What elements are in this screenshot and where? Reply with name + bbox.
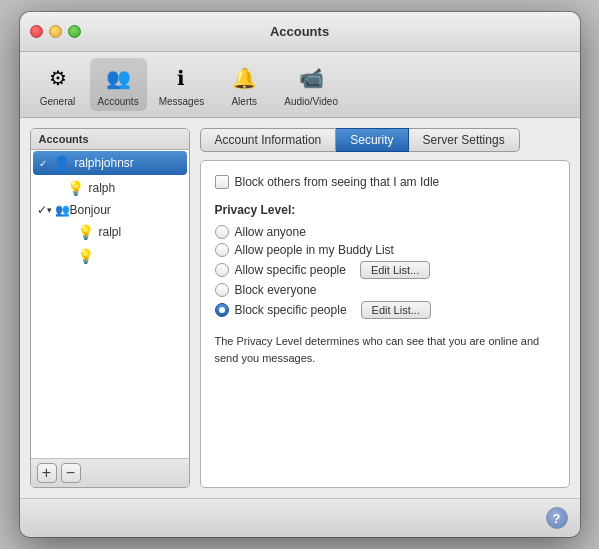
block-idle-label: Block others from seeing that I am Idle xyxy=(235,175,440,189)
toolbar-label-audio_video: Audio/Video xyxy=(284,96,338,107)
toolbar-item-messages[interactable]: ℹMessages xyxy=(151,58,213,111)
tabs: Account Information Security Server Sett… xyxy=(200,128,570,152)
check-icon: ✓ xyxy=(37,203,47,217)
security-panel: Block others from seeing that I am Idle … xyxy=(200,160,570,488)
radio-label-allow-buddy-list: Allow people in my Buddy List xyxy=(235,243,394,257)
toolbar-label-general: General xyxy=(40,96,76,107)
radio-button-block-specific[interactable] xyxy=(215,303,229,317)
block-idle-checkbox[interactable] xyxy=(215,175,229,189)
toolbar: ⚙General👥AccountsℹMessages🔔Alerts📹Audio/… xyxy=(20,52,580,118)
edit-list-block-specific-button[interactable]: Edit List... xyxy=(361,301,431,319)
sidebar-footer: + − xyxy=(31,458,189,487)
content-area: Accounts ✓ 👤 ralphjohnsr 💡 ralph ✓ ▾ xyxy=(20,118,580,498)
toolbar-item-alerts[interactable]: 🔔Alerts xyxy=(216,58,272,111)
radio-button-allow-buddy-list[interactable] xyxy=(215,243,229,257)
radio-block-everyone[interactable]: Block everyone xyxy=(215,283,555,297)
window-title: Accounts xyxy=(270,24,329,39)
main-window: Accounts ⚙General👥AccountsℹMessages🔔Aler… xyxy=(20,12,580,537)
close-button[interactable] xyxy=(30,25,43,38)
privacy-description: The Privacy Level determines who can see… xyxy=(215,333,555,366)
radio-label-allow-specific: Allow specific people xyxy=(235,263,346,277)
block-idle-row: Block others from seeing that I am Idle xyxy=(215,175,555,189)
radio-button-block-everyone[interactable] xyxy=(215,283,229,297)
expand-icon: ▾ xyxy=(47,205,52,215)
bottom-bar: ? xyxy=(20,498,580,537)
group-icon: 👥 xyxy=(55,203,70,217)
alerts-icon: 🔔 xyxy=(228,62,260,94)
add-account-button[interactable]: + xyxy=(37,463,57,483)
sidebar-item-label: ralph xyxy=(89,181,183,195)
remove-account-button[interactable]: − xyxy=(61,463,81,483)
toolbar-label-alerts: Alerts xyxy=(231,96,257,107)
accounts-icon: 👥 xyxy=(102,62,134,94)
minimize-button[interactable] xyxy=(49,25,62,38)
sidebar-group-bonjour[interactable]: ✓ ▾ 👥 Bonjour xyxy=(31,200,189,220)
tab-account-information[interactable]: Account Information xyxy=(200,128,337,152)
sidebar-item-ralph2[interactable]: 💡 ralpl xyxy=(31,220,189,244)
radio-allow-anyone[interactable]: Allow anyone xyxy=(215,225,555,239)
radio-allow-buddy-list[interactable]: Allow people in my Buddy List xyxy=(215,243,555,257)
sidebar: Accounts ✓ 👤 ralphjohnsr 💡 ralph ✓ ▾ xyxy=(30,128,190,488)
sidebar-list: ✓ 👤 ralphjohnsr 💡 ralph ✓ ▾ 👥 Bonjour xyxy=(31,150,189,458)
sidebar-item-ralphjohnsr[interactable]: ✓ 👤 ralphjohnsr xyxy=(33,151,187,175)
radio-label-block-everyone: Block everyone xyxy=(235,283,317,297)
radio-block-specific[interactable]: Block specific people Edit List... xyxy=(215,301,555,319)
main-panel: Account Information Security Server Sett… xyxy=(200,128,570,488)
radio-label-allow-anyone: Allow anyone xyxy=(235,225,306,239)
check-icon: ✓ xyxy=(39,158,53,169)
toolbar-item-accounts[interactable]: 👥Accounts xyxy=(90,58,147,111)
sidebar-header: Accounts xyxy=(31,129,189,150)
account-icon: 💡 xyxy=(77,247,95,265)
account-icon: 👤 xyxy=(53,154,71,172)
sidebar-item-label: Bonjour xyxy=(70,203,111,217)
sidebar-item-label: ralphjohnsr xyxy=(75,156,181,170)
messages-icon: ℹ xyxy=(165,62,197,94)
radio-label-block-specific: Block specific people xyxy=(235,303,347,317)
radio-group: Allow anyone Allow people in my Buddy Li… xyxy=(215,225,555,319)
tab-security[interactable]: Security xyxy=(336,128,408,152)
radio-button-allow-anyone[interactable] xyxy=(215,225,229,239)
account-icon: 💡 xyxy=(67,179,85,197)
sidebar-item-ralph1[interactable]: 💡 ralph xyxy=(31,176,189,200)
toolbar-label-messages: Messages xyxy=(159,96,205,107)
titlebar: Accounts xyxy=(20,12,580,52)
general-icon: ⚙ xyxy=(42,62,74,94)
radio-allow-specific[interactable]: Allow specific people Edit List... xyxy=(215,261,555,279)
help-button[interactable]: ? xyxy=(546,507,568,529)
maximize-button[interactable] xyxy=(68,25,81,38)
account-icon: 💡 xyxy=(77,223,95,241)
privacy-level-label: Privacy Level: xyxy=(215,203,555,217)
toolbar-item-general[interactable]: ⚙General xyxy=(30,58,86,111)
traffic-lights xyxy=(30,25,81,38)
audio_video-icon: 📹 xyxy=(295,62,327,94)
sidebar-item-empty[interactable]: 💡 xyxy=(31,244,189,268)
toolbar-item-audio_video[interactable]: 📹Audio/Video xyxy=(276,58,346,111)
edit-list-allow-specific-button[interactable]: Edit List... xyxy=(360,261,430,279)
tab-server-settings[interactable]: Server Settings xyxy=(409,128,520,152)
sidebar-item-label: ralpl xyxy=(99,225,183,239)
radio-button-allow-specific[interactable] xyxy=(215,263,229,277)
toolbar-label-accounts: Accounts xyxy=(98,96,139,107)
